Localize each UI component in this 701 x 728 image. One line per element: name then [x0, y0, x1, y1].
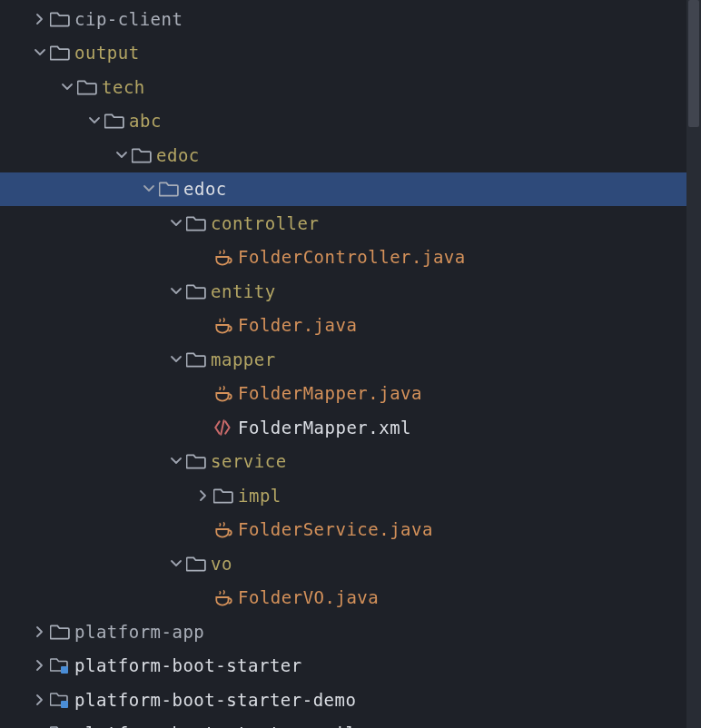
- chevron-right-icon[interactable]: [31, 625, 49, 639]
- chevron-down-icon[interactable]: [58, 80, 76, 94]
- folder-icon: [49, 623, 71, 641]
- folder-icon: [49, 44, 71, 62]
- scrollbar-track[interactable]: [686, 0, 701, 728]
- tree-row[interactable]: Folder.java: [0, 309, 701, 343]
- tree-row[interactable]: platform-app: [0, 615, 701, 649]
- folder-icon: [185, 282, 207, 300]
- tree-row[interactable]: mapper: [0, 342, 701, 377]
- chevron-down-icon[interactable]: [167, 454, 185, 468]
- java-icon: [212, 384, 234, 402]
- scrollbar-thumb[interactable]: [688, 0, 699, 127]
- java-icon: [212, 316, 234, 334]
- chevron-right-icon[interactable]: [31, 658, 49, 673]
- chevron-right-icon[interactable]: [31, 693, 49, 707]
- tree-item-label: FolderService.java: [238, 519, 433, 539]
- folder-icon: [158, 180, 180, 198]
- tree-item-label: edoc: [156, 145, 200, 165]
- project-tree[interactable]: cip-clientoutputtechabcedocedoccontrolle…: [0, 0, 701, 728]
- tree-item-label: controller: [211, 213, 319, 233]
- module-icon: [49, 724, 71, 728]
- tree-item-label: Folder.java: [238, 315, 357, 335]
- chevron-down-icon[interactable]: [85, 113, 104, 128]
- tree-item-label: platform-boot-starter-demo: [74, 690, 356, 710]
- tree-item-label: edoc: [183, 179, 227, 199]
- xml-icon: [212, 418, 234, 437]
- tree-row[interactable]: controller: [0, 206, 701, 241]
- folder-icon: [76, 78, 98, 96]
- folder-icon: [49, 10, 71, 28]
- tree-item-label: vo: [211, 554, 232, 574]
- folder-icon: [212, 487, 234, 505]
- tree-item-label: FolderMapper.java: [238, 383, 422, 403]
- folder-icon: [185, 452, 207, 470]
- tree-row[interactable]: vo: [0, 546, 701, 581]
- chevron-down-icon[interactable]: [113, 148, 131, 162]
- module-icon: [49, 691, 71, 709]
- tree-item-label: cip-client: [74, 9, 183, 29]
- tree-row[interactable]: service: [0, 445, 701, 479]
- tree-row[interactable]: platform-boot-starter-demo: [0, 683, 701, 717]
- folder-icon: [131, 146, 153, 164]
- java-icon: [212, 588, 234, 606]
- tree-item-label: impl: [238, 486, 281, 506]
- tree-row[interactable]: edoc: [0, 138, 701, 172]
- tree-row[interactable]: platform-boot-starter-mail: [0, 717, 701, 729]
- tree-row[interactable]: tech: [0, 70, 701, 104]
- tree-row[interactable]: FolderMapper.java: [0, 377, 701, 411]
- tree-row[interactable]: FolderService.java: [0, 513, 701, 547]
- tree-row[interactable]: FolderController.java: [0, 241, 701, 275]
- tree-item-label: FolderVO.java: [238, 587, 379, 607]
- tree-item-label: output: [74, 43, 140, 63]
- tree-item-label: entity: [211, 281, 276, 301]
- tree-row[interactable]: abc: [0, 104, 701, 139]
- tree-row[interactable]: impl: [0, 478, 701, 513]
- tree-row[interactable]: entity: [0, 274, 701, 309]
- tree-row[interactable]: FolderMapper.xml: [0, 410, 701, 445]
- chevron-down-icon[interactable]: [167, 556, 185, 571]
- tree-item-label: service: [211, 451, 287, 471]
- tree-item-label: tech: [102, 77, 145, 97]
- folder-icon: [185, 214, 207, 232]
- folder-icon: [104, 112, 125, 130]
- chevron-down-icon[interactable]: [167, 284, 185, 299]
- tree-item-label: FolderMapper.xml: [238, 418, 411, 438]
- tree-item-label: abc: [129, 111, 162, 131]
- chevron-down-icon[interactable]: [31, 45, 49, 60]
- java-icon: [212, 520, 234, 538]
- tree-row[interactable]: cip-client: [0, 2, 701, 36]
- tree-item-label: platform-app: [74, 622, 204, 642]
- tree-row[interactable]: edoc: [0, 172, 701, 207]
- chevron-right-icon[interactable]: [194, 488, 212, 503]
- tree-item-label: mapper: [211, 349, 276, 369]
- tree-item-label: platform-boot-starter: [74, 655, 302, 675]
- chevron-down-icon[interactable]: [140, 182, 158, 196]
- java-icon: [212, 248, 234, 266]
- tree-row[interactable]: platform-boot-starter: [0, 649, 701, 684]
- folder-icon: [185, 555, 207, 573]
- tree-item-label: FolderController.java: [238, 247, 466, 267]
- tree-row[interactable]: output: [0, 36, 701, 71]
- tree-item-label: platform-boot-starter-mail: [74, 723, 356, 728]
- tree-row[interactable]: FolderVO.java: [0, 581, 701, 615]
- folder-icon: [185, 350, 207, 369]
- chevron-down-icon[interactable]: [167, 216, 185, 231]
- module-icon: [49, 656, 71, 674]
- chevron-down-icon[interactable]: [167, 352, 185, 367]
- chevron-right-icon[interactable]: [31, 12, 49, 26]
